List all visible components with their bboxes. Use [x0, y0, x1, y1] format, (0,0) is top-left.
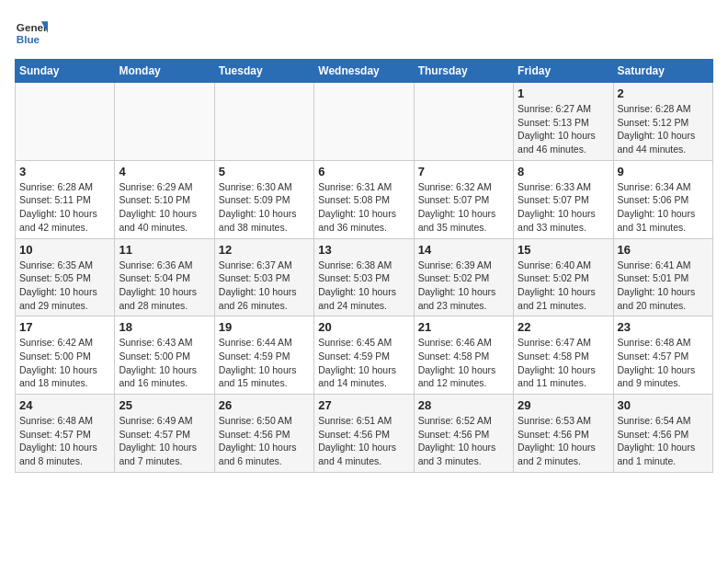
day-info: Sunrise: 6:45 AM Sunset: 4:59 PM Dayligh…	[318, 336, 409, 390]
calendar-cell: 11Sunrise: 6:36 AM Sunset: 5:04 PM Dayli…	[115, 238, 214, 316]
day-number: 1	[518, 86, 609, 100]
calendar-cell: 21Sunrise: 6:46 AM Sunset: 4:58 PM Dayli…	[414, 316, 513, 395]
day-info: Sunrise: 6:28 AM Sunset: 5:12 PM Dayligh…	[618, 102, 709, 156]
calendar-cell	[414, 83, 513, 161]
calendar-cell	[115, 83, 214, 161]
weekday-header: Monday	[115, 60, 214, 83]
calendar-cell: 4Sunrise: 6:29 AM Sunset: 5:10 PM Daylig…	[115, 160, 214, 238]
day-info: Sunrise: 6:35 AM Sunset: 5:05 PM Dayligh…	[19, 259, 110, 313]
day-info: Sunrise: 6:39 AM Sunset: 5:02 PM Dayligh…	[418, 259, 509, 313]
day-info: Sunrise: 6:29 AM Sunset: 5:10 PM Dayligh…	[119, 180, 210, 235]
day-info: Sunrise: 6:37 AM Sunset: 5:03 PM Dayligh…	[219, 259, 310, 313]
day-number: 8	[518, 165, 609, 178]
calendar-cell	[214, 83, 313, 161]
day-number: 25	[119, 398, 210, 412]
day-info: Sunrise: 6:40 AM Sunset: 5:02 PM Dayligh…	[518, 259, 609, 313]
day-info: Sunrise: 6:48 AM Sunset: 4:57 PM Dayligh…	[618, 336, 709, 390]
day-number: 16	[618, 243, 709, 257]
day-number: 24	[19, 398, 110, 412]
calendar-cell: 20Sunrise: 6:45 AM Sunset: 4:59 PM Dayli…	[314, 316, 414, 395]
calendar-cell: 8Sunrise: 6:33 AM Sunset: 5:07 PM Daylig…	[514, 160, 613, 238]
calendar-cell: 25Sunrise: 6:49 AM Sunset: 4:57 PM Dayli…	[115, 395, 214, 473]
calendar-cell: 15Sunrise: 6:40 AM Sunset: 5:02 PM Dayli…	[514, 238, 613, 316]
page-header: General Blue	[15, 15, 713, 48]
day-info: Sunrise: 6:38 AM Sunset: 5:03 PM Dayligh…	[318, 259, 409, 313]
calendar-week-row: 17Sunrise: 6:42 AM Sunset: 5:00 PM Dayli…	[16, 316, 713, 395]
day-info: Sunrise: 6:32 AM Sunset: 5:07 PM Dayligh…	[418, 180, 509, 235]
day-info: Sunrise: 6:52 AM Sunset: 4:56 PM Dayligh…	[418, 414, 509, 468]
day-number: 12	[219, 243, 310, 257]
day-info: Sunrise: 6:50 AM Sunset: 4:56 PM Dayligh…	[219, 414, 310, 468]
calendar-cell: 22Sunrise: 6:47 AM Sunset: 4:58 PM Dayli…	[514, 316, 613, 395]
day-info: Sunrise: 6:31 AM Sunset: 5:08 PM Dayligh…	[318, 180, 409, 235]
day-number: 19	[219, 320, 310, 334]
day-number: 18	[119, 320, 210, 334]
day-number: 15	[518, 243, 609, 257]
calendar-week-row: 3Sunrise: 6:28 AM Sunset: 5:11 PM Daylig…	[16, 160, 713, 238]
day-number: 10	[19, 243, 110, 257]
day-info: Sunrise: 6:34 AM Sunset: 5:06 PM Dayligh…	[618, 180, 709, 235]
day-info: Sunrise: 6:36 AM Sunset: 5:04 PM Dayligh…	[119, 259, 210, 313]
calendar-cell: 30Sunrise: 6:54 AM Sunset: 4:56 PM Dayli…	[613, 395, 712, 473]
day-number: 30	[618, 398, 709, 412]
calendar-cell: 18Sunrise: 6:43 AM Sunset: 5:00 PM Dayli…	[115, 316, 214, 395]
calendar-cell: 23Sunrise: 6:48 AM Sunset: 4:57 PM Dayli…	[613, 316, 712, 395]
day-number: 29	[518, 398, 609, 412]
day-number: 26	[219, 398, 310, 412]
day-info: Sunrise: 6:54 AM Sunset: 4:56 PM Dayligh…	[618, 414, 709, 468]
day-info: Sunrise: 6:53 AM Sunset: 4:56 PM Dayligh…	[518, 414, 609, 468]
day-number: 4	[119, 165, 210, 178]
calendar-cell: 28Sunrise: 6:52 AM Sunset: 4:56 PM Dayli…	[414, 395, 513, 473]
calendar-header-row: SundayMondayTuesdayWednesdayThursdayFrid…	[16, 60, 713, 83]
day-info: Sunrise: 6:43 AM Sunset: 5:00 PM Dayligh…	[119, 336, 210, 390]
weekday-header: Sunday	[16, 60, 115, 83]
weekday-header: Friday	[514, 60, 613, 83]
calendar-cell: 26Sunrise: 6:50 AM Sunset: 4:56 PM Dayli…	[214, 395, 313, 473]
calendar-cell: 7Sunrise: 6:32 AM Sunset: 5:07 PM Daylig…	[414, 160, 513, 238]
calendar-week-row: 1Sunrise: 6:27 AM Sunset: 5:13 PM Daylig…	[16, 83, 713, 161]
day-info: Sunrise: 6:30 AM Sunset: 5:09 PM Dayligh…	[219, 180, 310, 235]
weekday-header: Wednesday	[314, 60, 414, 83]
calendar-cell: 14Sunrise: 6:39 AM Sunset: 5:02 PM Dayli…	[414, 238, 513, 316]
svg-text:Blue: Blue	[17, 33, 40, 45]
logo: General Blue	[15, 15, 51, 48]
day-number: 23	[618, 320, 709, 334]
calendar-cell: 24Sunrise: 6:48 AM Sunset: 4:57 PM Dayli…	[16, 395, 115, 473]
day-number: 17	[19, 320, 110, 334]
day-info: Sunrise: 6:46 AM Sunset: 4:58 PM Dayligh…	[418, 336, 509, 390]
day-info: Sunrise: 6:47 AM Sunset: 4:58 PM Dayligh…	[518, 336, 609, 390]
weekday-header: Tuesday	[214, 60, 313, 83]
calendar-cell: 1Sunrise: 6:27 AM Sunset: 5:13 PM Daylig…	[514, 83, 613, 161]
weekday-header: Thursday	[414, 60, 513, 83]
calendar-cell: 2Sunrise: 6:28 AM Sunset: 5:12 PM Daylig…	[613, 83, 712, 161]
calendar-cell: 19Sunrise: 6:44 AM Sunset: 4:59 PM Dayli…	[214, 316, 313, 395]
day-number: 21	[418, 320, 509, 334]
day-info: Sunrise: 6:49 AM Sunset: 4:57 PM Dayligh…	[119, 414, 210, 468]
day-info: Sunrise: 6:42 AM Sunset: 5:00 PM Dayligh…	[19, 336, 110, 390]
calendar-cell: 10Sunrise: 6:35 AM Sunset: 5:05 PM Dayli…	[16, 238, 115, 316]
day-number: 3	[19, 165, 110, 178]
calendar-table: SundayMondayTuesdayWednesdayThursdayFrid…	[15, 59, 713, 473]
calendar-cell: 17Sunrise: 6:42 AM Sunset: 5:00 PM Dayli…	[16, 316, 115, 395]
calendar-cell: 13Sunrise: 6:38 AM Sunset: 5:03 PM Dayli…	[314, 238, 414, 316]
calendar-week-row: 10Sunrise: 6:35 AM Sunset: 5:05 PM Dayli…	[16, 238, 713, 316]
day-number: 20	[318, 320, 409, 334]
day-number: 28	[418, 398, 509, 412]
calendar-cell: 12Sunrise: 6:37 AM Sunset: 5:03 PM Dayli…	[214, 238, 313, 316]
day-number: 14	[418, 243, 509, 257]
day-number: 5	[219, 165, 310, 178]
calendar-cell: 9Sunrise: 6:34 AM Sunset: 5:06 PM Daylig…	[613, 160, 712, 238]
day-number: 2	[618, 86, 709, 100]
logo-icon: General Blue	[15, 15, 48, 48]
calendar-cell: 3Sunrise: 6:28 AM Sunset: 5:11 PM Daylig…	[16, 160, 115, 238]
day-number: 7	[418, 165, 509, 178]
calendar-cell	[16, 83, 115, 161]
day-info: Sunrise: 6:27 AM Sunset: 5:13 PM Dayligh…	[518, 102, 609, 156]
day-number: 27	[318, 398, 409, 412]
day-number: 11	[119, 243, 210, 257]
calendar-cell: 5Sunrise: 6:30 AM Sunset: 5:09 PM Daylig…	[214, 160, 313, 238]
day-info: Sunrise: 6:33 AM Sunset: 5:07 PM Dayligh…	[518, 180, 609, 235]
calendar-cell: 6Sunrise: 6:31 AM Sunset: 5:08 PM Daylig…	[314, 160, 414, 238]
day-number: 9	[618, 165, 709, 178]
day-info: Sunrise: 6:51 AM Sunset: 4:56 PM Dayligh…	[318, 414, 409, 468]
